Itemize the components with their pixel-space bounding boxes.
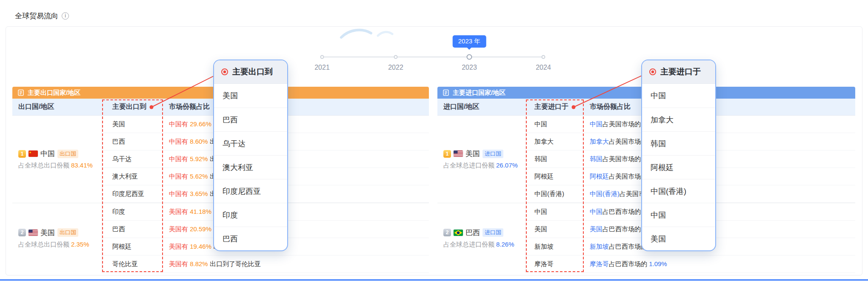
exporter-name: 中国 — [40, 149, 55, 159]
dest-cell: 阿根廷 — [102, 238, 163, 255]
source-cell: 新加坡 — [526, 238, 584, 255]
market-share-cell: 美国占巴西市场的 18.04% — [584, 225, 855, 233]
popup-item[interactable]: 阿根廷 — [642, 155, 715, 179]
source-cell: 韩国 — [526, 150, 584, 167]
market-share-cell: 新加坡占巴西市场的 4.33% — [584, 243, 855, 251]
col-header-export-to: 主要出口到 — [102, 102, 163, 111]
dest-cell: 巴西 — [102, 221, 163, 238]
importer-share: 占全球总进口份额26.07% — [443, 162, 525, 170]
popup-item[interactable]: 中国 — [642, 203, 715, 227]
timeline-year-label: 2022 — [388, 64, 403, 71]
import-popup-header: 主要进口于 — [642, 60, 715, 84]
rank-2-medal-icon: 2 — [443, 229, 451, 236]
page-title: 全球贸易流向 — [15, 11, 58, 21]
table-row: 哥伦比亚 美国有 8.82% 出口到了哥伦比亚 — [102, 255, 429, 273]
exporter-identity: 2 美国 出口国 — [18, 228, 102, 238]
exporter-identity: 1 中国 出口国 — [18, 149, 102, 159]
importer-badge: 进口国 — [483, 150, 503, 158]
market-share-cell: 加拿大占美国市场的 12.63% — [584, 138, 855, 146]
china-flag-icon — [29, 150, 38, 157]
col-header-importer: 进口国/地区 — [437, 102, 526, 111]
timeline-year-label: 2023 — [462, 64, 477, 71]
exporter-badge: 出口国 — [57, 150, 78, 158]
rank-1-medal-icon: 1 — [18, 150, 26, 158]
popup-item[interactable]: 加拿大 — [642, 108, 715, 131]
market-share-cell: 美国有 19.46% 出口到了阿根廷 — [163, 243, 429, 251]
source-cell: 加拿大 — [526, 133, 584, 150]
popup-item[interactable]: 印度尼西亚 — [214, 179, 287, 203]
source-cell: 中国 — [526, 116, 584, 133]
popup-item[interactable]: 中国(香港) — [642, 179, 715, 203]
export-popup-title: 主要出口到 — [232, 66, 273, 77]
dest-cell: 哥伦比亚 — [102, 255, 163, 272]
exporter-share: 占全球总出口份额2.35% — [18, 241, 102, 249]
market-share-cell: 阿根廷占美国市场的 7.78% — [584, 173, 855, 181]
market-share-cell: 韩国占美国市场的 9.47% — [584, 155, 855, 163]
market-share-cell: 中国有 3.65% 出口到了印度尼西亚 — [163, 190, 429, 198]
importer-cell: 2 巴西 进口国 占全球总进口份额8.26% — [437, 203, 526, 273]
import-popup-title: 主要进口于 — [660, 66, 701, 77]
timeline-dot-2021[interactable] — [320, 55, 324, 59]
dest-cell: 澳大利亚 — [102, 168, 163, 185]
timeline-year-label: 2024 — [536, 64, 551, 71]
source-cell: 摩洛哥 — [526, 255, 584, 272]
popup-item[interactable]: 韩国 — [642, 131, 715, 155]
dest-cell: 乌干达 — [102, 150, 163, 167]
timeline-year-label: 2021 — [314, 64, 330, 71]
info-icon[interactable]: i — [62, 12, 69, 20]
rank-2-medal-icon: 2 — [18, 229, 26, 236]
market-share-cell: 摩洛哥占巴西市场的 1.09% — [584, 260, 855, 268]
popup-item[interactable]: 澳大利亚 — [214, 155, 287, 179]
share-label: 占全球总进口份额 — [443, 241, 494, 248]
popup-item[interactable]: 美国 — [642, 227, 715, 250]
list-icon — [443, 89, 449, 96]
share-value: 83.41% — [71, 162, 93, 169]
dest-cell: 美国 — [102, 116, 163, 133]
market-share-cell: 中国有 8.60% 出口到了巴西 — [163, 138, 429, 146]
export-destinations-popup: 主要出口到 美国 巴西 乌干达 澳大利亚 印度尼西亚 印度 巴西 — [213, 60, 288, 251]
market-share-cell: 中国有 29.66% 出口到了美国 — [163, 120, 429, 128]
importer-badge: 进口国 — [483, 228, 503, 237]
popup-item[interactable]: 中国 — [642, 84, 715, 108]
share-label: 占全球总进口份额 — [443, 162, 494, 169]
importer-cell: 1 美国 进口国 占全球总进口份额26.07% — [437, 116, 526, 203]
share-label: 占全球总出口份额 — [18, 241, 69, 248]
share-value: 2.35% — [71, 241, 89, 248]
share-label: 占全球总出口份额 — [18, 162, 69, 169]
page-header: 全球贸易流向 i — [15, 11, 69, 21]
importer-identity: 2 巴西 进口国 — [443, 228, 525, 238]
timeline-dot-2023-selected[interactable] — [467, 54, 472, 60]
timeline-dot-2022[interactable] — [394, 55, 398, 59]
table-row: 摩洛哥 摩洛哥占巴西市场的 1.09% — [526, 255, 855, 273]
usa-flag-icon — [29, 230, 38, 236]
importer-name: 美国 — [465, 149, 480, 159]
popup-item[interactable]: 巴西 — [214, 227, 287, 250]
popup-item[interactable]: 美国 — [214, 84, 287, 108]
import-table-title: 主要进口国家/地区 — [453, 89, 505, 97]
market-share-cell: 美国有 8.82% 出口到了哥伦比亚 — [163, 260, 429, 268]
usa-flag-icon — [454, 150, 463, 157]
exporter-share: 占全球总出口份额83.41% — [18, 162, 102, 170]
export-table-title: 主要出口国家/地区 — [28, 89, 80, 97]
import-sources-popup: 主要进口于 中国 加拿大 韩国 阿根廷 中国(香港) 中国 美国 — [641, 60, 716, 251]
importer-identity: 1 美国 进口国 — [443, 149, 525, 159]
timeline-dot-2024[interactable] — [542, 55, 545, 59]
brazil-flag-icon — [454, 230, 463, 236]
exporter-badge: 出口国 — [57, 228, 78, 237]
timeline-track[interactable] — [322, 57, 543, 57]
importer-share: 占全球总进口份额8.26% — [443, 241, 525, 249]
popup-item[interactable]: 乌干达 — [214, 131, 287, 155]
popup-item[interactable]: 印度 — [214, 203, 287, 227]
target-icon — [221, 68, 228, 76]
col-header-market-share: 市场份额占比 — [584, 102, 855, 111]
market-share-cell: 中国有 5.92% 出口到了乌干达 — [163, 155, 429, 163]
exporter-name: 美国 — [40, 228, 55, 238]
source-cell: 阿根廷 — [526, 168, 584, 185]
popup-item[interactable]: 巴西 — [214, 108, 287, 131]
market-share-cell: 中国占巴西市场的 22.15% — [584, 208, 855, 216]
col-header-market-share: 市场份额占比 — [163, 102, 429, 111]
market-share-cell: 美国有 41.18% 出口到了印度 — [163, 208, 429, 216]
dest-cell: 巴西 — [102, 133, 163, 150]
source-cell: 中国(香港) — [526, 185, 584, 202]
source-cell: 美国 — [526, 221, 584, 238]
